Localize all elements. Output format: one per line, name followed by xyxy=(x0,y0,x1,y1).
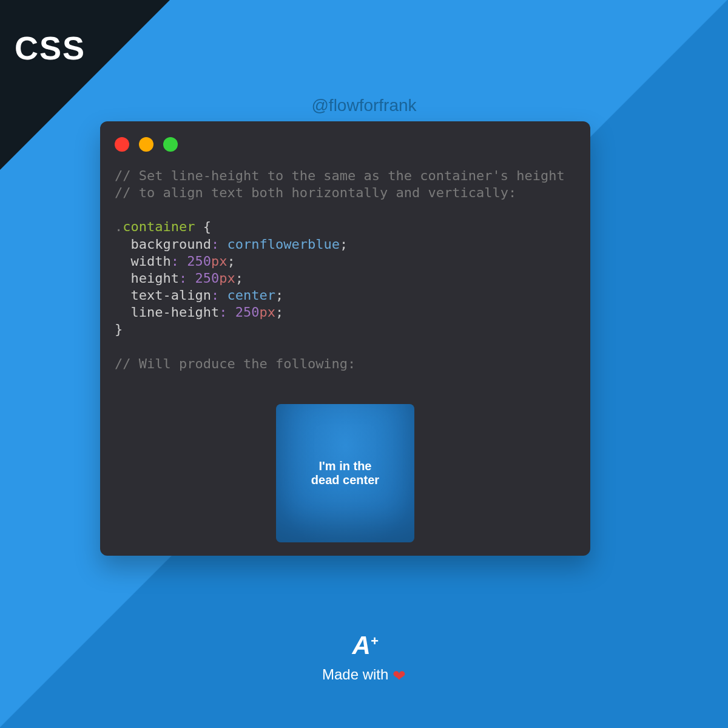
heart-icon: ❤ xyxy=(393,667,406,685)
code-window: // Set line-height to the same as the co… xyxy=(100,121,590,556)
footer: A+ Made with ❤ xyxy=(0,631,728,686)
code-block: // Set line-height to the same as the co… xyxy=(115,167,576,372)
demo-box: I'm in the dead center xyxy=(276,404,414,542)
code-comment: // Will produce the following: xyxy=(115,356,356,371)
plus-icon: + xyxy=(371,633,377,649)
logo: A+ xyxy=(352,631,376,660)
code-selector: container xyxy=(123,219,195,234)
demo-text: I'm in the xyxy=(319,459,372,473)
code-comment: // to align text both horizontally and v… xyxy=(115,185,516,200)
traffic-lights xyxy=(115,137,576,152)
maximize-icon xyxy=(163,137,178,152)
minimize-icon xyxy=(139,137,153,152)
corner-label: CSS xyxy=(15,29,86,67)
demo-text: dead center xyxy=(311,473,379,487)
code-comment: // Set line-height to the same as the co… xyxy=(115,168,565,183)
made-with: Made with ❤ xyxy=(322,666,406,686)
close-icon xyxy=(115,137,129,152)
author-handle: @flowforfrank xyxy=(0,96,728,115)
